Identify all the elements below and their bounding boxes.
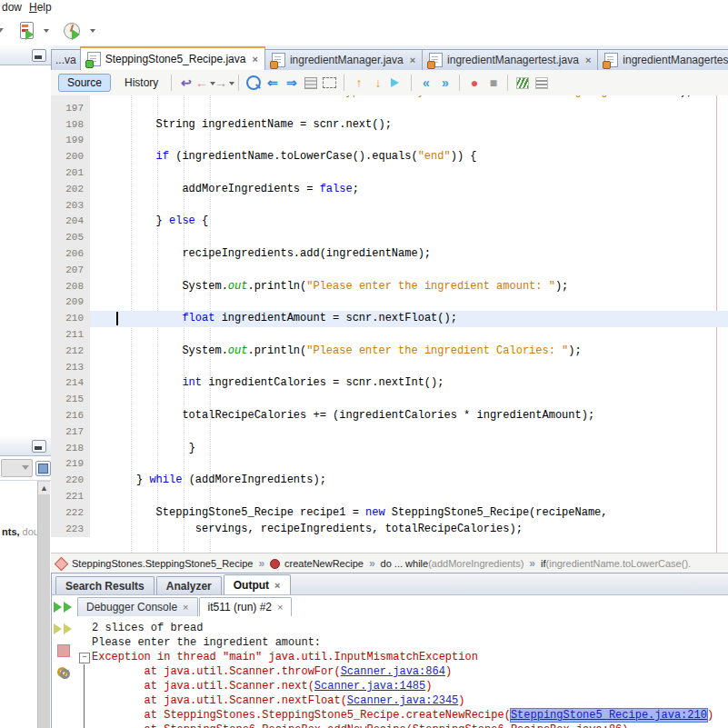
close-tab-icon[interactable]: ×: [274, 580, 280, 591]
code-text[interactable]: } while (addMoreIngredients);: [90, 473, 728, 489]
code-line-210[interactable]: 210 float ingredientAmount = scnr.nextFl…: [51, 311, 728, 327]
code-text[interactable]: int ingredientCalories = scnr.nextInt();: [90, 375, 728, 392]
jump-last-edit-icon[interactable]: ↩: [176, 74, 195, 92]
highlight-icon[interactable]: [301, 74, 320, 92]
code-text[interactable]: }: [90, 441, 728, 457]
comment-icon[interactable]: [513, 74, 532, 92]
close-tab-icon[interactable]: ×: [410, 55, 415, 65]
stacktrace-link[interactable]: Scanner.java:864: [341, 665, 445, 678]
code-text[interactable]: totalRecipeCalories += (ingredientCalori…: [90, 408, 728, 424]
code-text[interactable]: float ingredientAmount = scnr.nextFloat(…: [90, 311, 728, 327]
code-text[interactable]: [90, 424, 728, 441]
code-line-201[interactable]: 201: [51, 165, 728, 182]
code-text[interactable]: [90, 489, 728, 505]
debug-project-button[interactable]: [19, 21, 49, 41]
code-line-207[interactable]: 207: [51, 263, 728, 279]
code-line-215[interactable]: 215: [51, 392, 728, 408]
code-line-213[interactable]: 213: [51, 360, 728, 376]
menu-item-help[interactable]: Help: [27, 0, 57, 14]
editor-tab[interactable]: ingredientManager.java×: [264, 49, 423, 70]
next-bookmark-icon[interactable]: ↓: [368, 74, 387, 92]
minimize-window-icon[interactable]: [32, 49, 46, 62]
code-line-211[interactable]: 211: [51, 327, 728, 344]
code-line-223[interactable]: 223 servings, recipeIngredients, totalRe…: [51, 522, 728, 538]
console-tab[interactable]: Debugger Console×: [77, 597, 198, 616]
profile-project-button[interactable]: [64, 21, 95, 41]
code-editor[interactable]: 196 + "or type end if you are finished e…: [51, 95, 728, 553]
code-line-206[interactable]: 206 recipeIngredients.add(ingredientName…: [51, 246, 728, 263]
code-text[interactable]: System.out.println("Please enter the ing…: [90, 279, 728, 295]
code-text[interactable]: [90, 294, 728, 311]
close-tab-icon[interactable]: ×: [252, 55, 257, 64]
uncomment-icon[interactable]: [532, 74, 551, 92]
profile-dropdown-icon[interactable]: [90, 29, 95, 35]
stacktrace-link[interactable]: SteppingStone5_Recipe.java:210: [511, 709, 707, 722]
code-line-199[interactable]: 199: [51, 133, 728, 149]
code-text[interactable]: [90, 230, 728, 246]
code-text[interactable]: [90, 392, 728, 408]
close-tab-icon[interactable]: ×: [183, 602, 188, 613]
rect-selection-icon[interactable]: [320, 74, 339, 92]
navigator-member-partial[interactable]: nts, doul: [2, 526, 41, 537]
code-line-203[interactable]: 203: [51, 198, 728, 214]
code-line-220[interactable]: 220 } while (addMoreIngredients);: [51, 473, 728, 489]
code-line-209[interactable]: 209: [51, 294, 728, 311]
collapse-icon[interactable]: −: [79, 653, 90, 663]
code-text[interactable]: String ingredientName = scnr.next();: [90, 117, 728, 134]
code-text[interactable]: } else {: [90, 214, 728, 230]
navigator-combo[interactable]: [1, 459, 33, 477]
code-text[interactable]: if (ingredientName.toLowerCase().equals(…: [90, 149, 728, 165]
toolbar-dropdown-partial-icon[interactable]: [0, 28, 6, 33]
code-line-221[interactable]: 221: [51, 489, 728, 505]
close-tab-icon[interactable]: ×: [277, 602, 283, 613]
stop-button[interactable]: [54, 642, 74, 660]
code-text[interactable]: recipeIngredients.add(ingredientName);: [90, 246, 728, 263]
code-text[interactable]: [90, 327, 728, 344]
find-icon[interactable]: [244, 74, 263, 92]
code-text[interactable]: [90, 198, 728, 214]
scroll-up-icon[interactable]: ▲: [38, 482, 50, 494]
code-line-204[interactable]: 204 } else {: [51, 214, 728, 230]
navigator-scrollbar[interactable]: ▲: [37, 481, 50, 728]
breadcrumb-item[interactable]: if (ingredientName.toLowerCase().: [541, 558, 691, 569]
editor-tab[interactable]: ingredientManagertest.java×: [422, 49, 598, 70]
code-line-197[interactable]: 197: [51, 101, 728, 117]
output-tab-output[interactable]: Output×: [224, 574, 291, 594]
code-text[interactable]: addMoreIngredients = false;: [90, 182, 728, 198]
code-line-200[interactable]: 200 if (ingredientName.toLowerCase().equ…: [51, 149, 728, 165]
source-view-button[interactable]: Source: [58, 74, 111, 92]
code-line-214[interactable]: 214 int ingredientCalories = scnr.nextIn…: [51, 375, 728, 392]
find-previous-icon[interactable]: ⇐: [263, 74, 282, 92]
code-text[interactable]: System.out.println("Please enter the ing…: [90, 344, 728, 360]
code-line-208[interactable]: 208 System.out.println("Please enter the…: [51, 279, 728, 295]
code-line-219[interactable]: 219: [51, 456, 728, 473]
find-next-icon[interactable]: ⇒: [282, 74, 301, 92]
code-text[interactable]: [90, 101, 728, 117]
code-text[interactable]: [90, 133, 728, 149]
history-view-button[interactable]: History: [116, 75, 166, 91]
stop-macro-icon[interactable]: ■: [484, 74, 503, 92]
menu-item-dow[interactable]: dow: [0, 0, 27, 14]
code-text[interactable]: SteppingStone5_Recipe recipe1 = new Step…: [90, 505, 728, 522]
debug-dropdown-icon[interactable]: [44, 29, 49, 35]
close-tab-icon[interactable]: ×: [585, 55, 591, 65]
code-text[interactable]: [90, 263, 728, 279]
console-output[interactable]: 2 slices of breadPlease enter the ingred…: [77, 616, 728, 728]
code-line-212[interactable]: 212 System.out.println("Please enter the…: [51, 344, 728, 360]
code-line-198[interactable]: 198 String ingredientName = scnr.next();: [51, 117, 728, 134]
rerun-button[interactable]: [54, 598, 74, 616]
code-text[interactable]: [90, 360, 728, 376]
editor-tab-overflow[interactable]: ...va: [51, 49, 81, 70]
shift-right-icon[interactable]: »: [435, 74, 454, 92]
breadcrumb-item[interactable]: SteppingStones.SteppingStone5_Recipe: [56, 558, 253, 569]
code-text[interactable]: [90, 165, 728, 182]
toggle-bookmark-icon[interactable]: [387, 74, 406, 92]
previous-bookmark-icon[interactable]: ↑: [349, 74, 368, 92]
breadcrumb-item[interactable]: do ... while (addMoreIngredients): [381, 558, 524, 569]
editor-tab[interactable]: ingredientManagertests.java: [597, 49, 728, 70]
code-line-217[interactable]: 217: [51, 424, 728, 441]
code-text[interactable]: [90, 456, 728, 473]
rerun-alt-button[interactable]: [54, 620, 74, 638]
code-line-205[interactable]: 205: [51, 230, 728, 246]
code-line-216[interactable]: 216 totalRecipeCalories += (ingredientCa…: [51, 408, 728, 424]
